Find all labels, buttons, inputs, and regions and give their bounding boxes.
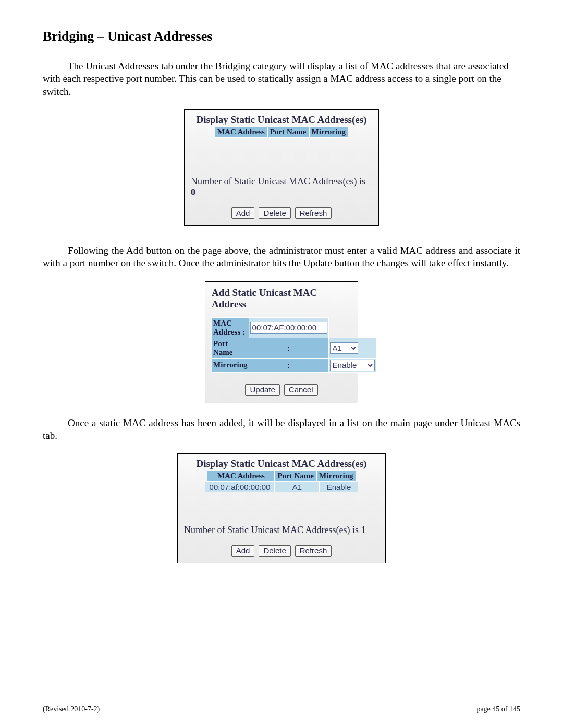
refresh-button-2[interactable]: Refresh — [295, 545, 332, 557]
panel3-col-mac: MAC Address — [207, 471, 275, 482]
panel3-cell-mac: 00:07:af:00:00:00 — [205, 482, 275, 492]
paragraph-2: Following the Add button on the page abo… — [43, 244, 520, 270]
delete-button-2[interactable]: Delete — [259, 545, 290, 557]
panel2-title: Add Static Unicast MAC Address — [212, 287, 351, 310]
panel1-col-mirr: Mirroring — [309, 127, 349, 138]
panel1-count-line: Number of Static Unicast MAC Address(es)… — [191, 176, 372, 198]
refresh-button[interactable]: Refresh — [295, 207, 332, 219]
panel3-count-value: 1 — [361, 525, 365, 535]
panel1-col-port: Port Name — [267, 127, 309, 138]
label-mirr: Mirroring — [212, 358, 249, 372]
colon-mirr: : — [249, 358, 328, 372]
update-button[interactable]: Update — [245, 384, 279, 396]
paragraph-3: Once a static MAC address has been added… — [43, 417, 520, 442]
panel3-cell-port: A1 — [275, 482, 320, 492]
paragraph-1-text: The Unicast Addresses tab under the Brid… — [43, 60, 509, 97]
panel3-header-row: MAC Address Port Name Mirroring — [183, 471, 380, 482]
panel-display-empty: Display Static Unicast MAC Address(es) M… — [184, 109, 379, 226]
paragraph-1: The Unicast Addresses tab under the Brid… — [43, 60, 520, 98]
footer-left: (Revised 2010-7-2) — [43, 705, 100, 713]
colon-port: : — [249, 338, 328, 358]
panel2-form-table: MAC Address : Port Name : A1 Mirrorin — [212, 317, 376, 373]
mac-input[interactable] — [250, 322, 327, 334]
mirroring-select[interactable]: Enable — [330, 360, 375, 371]
add-button[interactable]: Add — [231, 207, 255, 219]
delete-button[interactable]: Delete — [259, 207, 290, 219]
panel-add-form: Add Static Unicast MAC Address MAC Addre… — [205, 281, 358, 403]
cancel-button[interactable]: Cancel — [284, 384, 318, 396]
panel1-count-prefix: Number of Static Unicast MAC Address(es)… — [191, 176, 365, 187]
label-mac-text: MAC Address — [213, 319, 240, 336]
panel1-count-value: 0 — [191, 187, 195, 198]
panel3-data-row: 00:07:af:00:00:00 A1 Enable — [183, 482, 380, 492]
page-footer: (Revised 2010-7-2) page 45 of 145 — [43, 705, 520, 713]
panel3-col-mirr: Mirroring — [316, 471, 356, 482]
panel-display-populated: Display Static Unicast MAC Address(es) M… — [177, 453, 386, 563]
panel3-count-prefix: Number of Static Unicast MAC Address(es)… — [184, 525, 361, 535]
label-mac: MAC Address : — [212, 317, 249, 338]
port-select[interactable]: A1 — [330, 342, 358, 354]
panel3-col-port: Port Name — [275, 471, 316, 482]
add-button-2[interactable]: Add — [231, 545, 255, 557]
paragraph-2-text: Following the Add button on the page abo… — [43, 245, 520, 268]
paragraph-3-text: Once a static MAC address has been added… — [43, 417, 520, 441]
panel3-title: Display Static Unicast MAC Address(es) — [183, 458, 380, 470]
section-title: Bridging – Unicast Addresses — [43, 29, 520, 44]
panel1-title: Display Static Unicast MAC Address(es) — [190, 114, 373, 126]
label-port: Port Name — [212, 338, 249, 358]
panel3-cell-mirr: Enable — [320, 482, 358, 492]
panel3-count-line: Number of Static Unicast MAC Address(es)… — [184, 525, 379, 536]
panel1-col-mac: MAC Address — [215, 127, 267, 138]
panel1-header-row: MAC Address Port Name Mirroring — [190, 127, 373, 138]
footer-right: page 45 of 145 — [476, 705, 520, 713]
